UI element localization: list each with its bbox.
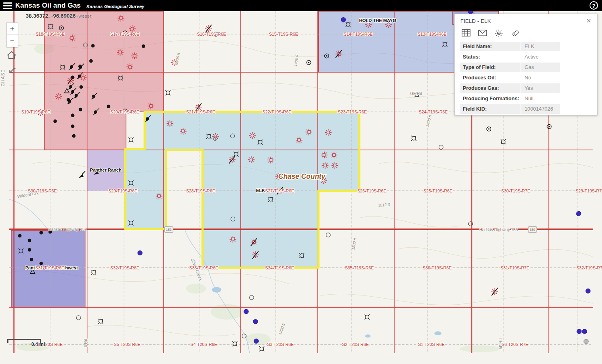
well-symbol-oil[interactable] [107, 105, 110, 108]
popup-row-label: Produces Oil: [460, 73, 521, 83]
highway-shield: 150 [528, 226, 537, 233]
zoom-out-button[interactable]: − [7, 35, 18, 47]
field-info-popup: FIELD - ELK ✕ Field Name:ELKStatus:Activ [454, 14, 598, 115]
well-symbol-oil[interactable] [71, 125, 75, 128]
sketch-button[interactable] [510, 29, 520, 38]
well-symbol-dry[interactable] [501, 139, 506, 144]
section-label: S22-T19S-R6E [262, 109, 291, 114]
well-symbol-dry[interactable] [365, 315, 370, 320]
datum-label: (WGS84) [77, 14, 93, 18]
well-symbol-arrow[interactable] [79, 171, 85, 178]
popup-row-label: Field KID: [460, 104, 521, 114]
well-symbol-loc[interactable] [326, 233, 331, 237]
popup-row: Type of Field:Gas [460, 63, 593, 72]
section-label: S31-T19S-R7E [500, 265, 529, 270]
map-label-elev: 1400 ft [174, 52, 181, 65]
section-label: S13-T19S-R6E [417, 32, 446, 36]
well-symbol-loc[interactable] [439, 145, 443, 150]
well-symbol-oil[interactable] [71, 113, 75, 117]
well-symbol-dry[interactable] [128, 138, 133, 142]
map-label-elev: 1500 ft [351, 237, 357, 250]
section-label: S2-T20S-R6E [342, 342, 369, 347]
map-label-elev: 1512 ft [378, 202, 390, 208]
well-symbol-oil[interactable] [30, 258, 33, 261]
well-symbol-oil[interactable] [142, 44, 145, 48]
section-label: S33-T19S-R6E [189, 265, 218, 270]
well-symbol-loc[interactable] [76, 315, 81, 320]
map-label-county: Chase County [278, 172, 326, 180]
well-symbol-dry[interactable] [91, 270, 96, 275]
zoom-control: + − [6, 22, 18, 47]
help-icon[interactable]: ? [590, 1, 598, 10]
well-symbol-dry[interactable] [259, 346, 264, 351]
section-label: S25-T19S-R6E [423, 188, 452, 193]
app-subtitle: Kansas Geological Survey [86, 4, 144, 9]
home-extent-button[interactable] [6, 50, 18, 62]
well-symbol-dry[interactable] [98, 319, 103, 324]
well-symbol-oil[interactable] [79, 108, 82, 111]
well-symbol-gray[interactable] [584, 339, 589, 344]
close-icon[interactable]: ✕ [585, 17, 592, 24]
well-symbol-circdot[interactable] [487, 127, 491, 131]
zoom-in-button[interactable]: + [7, 23, 18, 35]
section-label: S6-T20S-R7E [502, 342, 528, 347]
section-label: S30-T19S-R7E [501, 188, 530, 193]
map-label-field: ELK [256, 188, 265, 193]
map-label-field: Panther Ranch [90, 168, 122, 172]
well-symbol-oil[interactable] [18, 234, 22, 238]
well-symbol-circdot[interactable] [547, 125, 551, 129]
popup-toolbar [461, 29, 593, 38]
section-label: S19-T19S-R6E [21, 109, 50, 114]
brightness-button[interactable] [494, 29, 504, 38]
well-symbol-blue[interactable] [244, 309, 249, 314]
well-symbol-oil[interactable] [79, 85, 83, 89]
section-label: S5-T20S-R6E [114, 342, 140, 347]
popup-row-label: Type of Field: [460, 63, 521, 72]
well-symbol-blue[interactable] [577, 329, 582, 334]
section-label: S29-T19S-R6E [108, 188, 137, 193]
well-symbol-blue[interactable] [576, 211, 581, 216]
map-label-elev: 1400 ft [293, 54, 299, 67]
well-symbol-blue[interactable] [582, 329, 587, 334]
popup-row: Produces Gas:Yes [460, 83, 593, 93]
well-symbol-loc[interactable] [250, 295, 254, 300]
previous-extent-button[interactable] [6, 66, 18, 78]
menu-icon[interactable] [0, 0, 14, 11]
well-symbol-blue[interactable] [253, 320, 258, 324]
well-symbol-oil[interactable] [53, 119, 57, 123]
coordinates-value: 38.36372, -96.69026 [26, 13, 76, 19]
section-label: S28-T19S-R6E [186, 188, 215, 193]
map-label-road: 6 Rd [83, 339, 88, 347]
map-label-road: Kansas Highway 150 [49, 227, 87, 232]
well-symbol-circdot[interactable] [307, 61, 311, 65]
svg-text:150: 150 [530, 228, 535, 232]
section-label: S32-T19S-R7E [576, 265, 602, 270]
popup-row-value: Yes [521, 83, 560, 93]
popup-row-label: Field Name: [460, 42, 521, 51]
popup-row: Produces Oil:No [460, 73, 593, 83]
well-symbol-oil[interactable] [72, 134, 76, 138]
well-symbol-blue[interactable] [254, 339, 259, 344]
well-symbol-blue[interactable] [586, 289, 590, 293]
scale-bar-label: 0.4 mi [31, 342, 45, 347]
well-symbol-oil[interactable] [39, 262, 43, 265]
section-label: S18-T19S-R6E [36, 32, 65, 36]
email-button[interactable] [478, 29, 487, 38]
well-symbol-oil[interactable] [71, 75, 75, 79]
well-symbol-oil[interactable] [28, 248, 31, 252]
well-symbol-oil[interactable] [91, 44, 95, 48]
well-symbol-oil[interactable] [28, 239, 31, 242]
well-symbol-dry[interactable] [165, 90, 170, 95]
well-symbol-dry[interactable] [411, 136, 416, 141]
well-symbol-gas_abd[interactable] [491, 288, 498, 295]
well-symbol-blue[interactable] [341, 18, 346, 22]
popup-row-label: Status: [460, 52, 521, 62]
section-label: S31-T19S-R6E [35, 265, 64, 270]
popup-row: Producing Formations:Null [460, 94, 593, 103]
attribute-table-button[interactable] [461, 29, 471, 38]
popup-row-label: Producing Formations: [460, 94, 521, 103]
well-symbol-oil[interactable] [39, 231, 43, 235]
well-symbol-dry[interactable] [232, 341, 237, 346]
well-symbol-blue[interactable] [138, 251, 142, 255]
well-symbol-oil[interactable] [89, 59, 93, 63]
